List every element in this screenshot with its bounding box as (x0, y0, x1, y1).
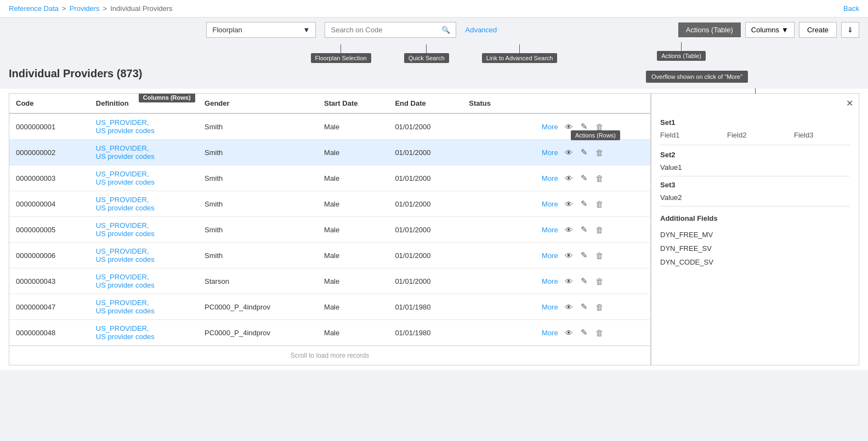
cell-gender: Male (317, 140, 388, 165)
columns-button[interactable]: Columns ▼ (745, 22, 795, 38)
more-link[interactable]: More (542, 251, 558, 260)
edit-button[interactable]: ✎ (580, 224, 589, 236)
view-button[interactable]: 👁 (564, 173, 574, 184)
view-button[interactable]: 👁 (564, 301, 574, 313)
cell-start-date: 01/01/2000 (388, 165, 462, 191)
table-row: 0000000002 US_PROVIDER,US provider codes… (9, 140, 650, 165)
advanced-link[interactable]: Advanced (465, 22, 497, 37)
cell-end-date (462, 165, 515, 191)
cell-definition: US_PROVIDER,US provider codes (89, 294, 198, 320)
edit-button[interactable]: ✎ (580, 198, 589, 210)
cell-definition: US_PROVIDER,US provider codes (89, 113, 198, 140)
cell-gender: Male (317, 243, 388, 268)
view-button[interactable]: 👁 (564, 327, 574, 339)
floorplan-value: Floorplan (212, 26, 242, 34)
cell-code: 0000000043 (9, 268, 89, 294)
cell-start-date: 01/01/2000 (388, 191, 462, 217)
floorplan-selection-annotation: Floorplan Selection (311, 53, 371, 63)
download-button[interactable]: ⇓ (841, 22, 859, 38)
actions-table-button[interactable]: Actions (Table) (678, 22, 741, 37)
more-link[interactable]: More (542, 329, 558, 337)
overflow-tooltip: Overflow shown on click of "More" (646, 71, 748, 83)
cell-status (515, 113, 535, 140)
panel-set2-title: Set2 (660, 151, 850, 159)
cell-start-date: 01/01/2000 (388, 113, 462, 140)
search-input[interactable] (331, 26, 439, 34)
columns-rows-annotation: Columns (Rows) (139, 93, 195, 102)
more-link[interactable]: More (542, 226, 558, 234)
cell-code: 0000000047 (9, 294, 89, 320)
col-gender: Gender (198, 94, 317, 113)
cell-definition: US_PROVIDER,US provider codes (89, 165, 198, 191)
table-row: 0000000003 US_PROVIDER,US provider codes… (9, 165, 650, 191)
view-button[interactable]: 👁 (564, 198, 574, 210)
edit-button[interactable]: ✎ (580, 327, 589, 339)
cell-status (515, 191, 535, 217)
col-code: Code (9, 94, 89, 113)
more-link[interactable]: More (542, 174, 558, 182)
floorplan-dropdown[interactable]: Floorplan ▼ (206, 22, 316, 38)
more-link[interactable]: More (542, 148, 558, 157)
delete-button[interactable]: 🗑 (594, 147, 605, 158)
cell-start-date: 01/01/2000 (388, 268, 462, 294)
cell-gender: Male (317, 320, 388, 346)
panel-set3-title: Set3 (660, 181, 850, 189)
breadcrumb-reference-data[interactable]: Reference Data (9, 4, 59, 13)
edit-button[interactable]: ✎ (580, 146, 589, 158)
table-row: 0000000001 US_PROVIDER,US provider codes… (9, 113, 650, 140)
view-button[interactable]: 👁 (564, 276, 574, 287)
cell-start-date: 01/01/2000 (388, 140, 462, 165)
breadcrumb-providers[interactable]: Providers (70, 4, 100, 13)
view-button[interactable]: 👁 (564, 250, 574, 261)
more-link[interactable]: More (542, 123, 558, 131)
cell-status (515, 294, 535, 320)
delete-button[interactable]: 🗑 (594, 198, 605, 210)
panel-dyn-free-sv: DYN_FREE_SV (660, 242, 850, 255)
actions-rows-annotation: Actions (Rows) (571, 130, 620, 140)
cell-gender: Male (317, 165, 388, 191)
delete-button[interactable]: 🗑 (594, 276, 605, 287)
more-link[interactable]: More (542, 277, 558, 285)
cell-gender: Male (317, 113, 388, 140)
edit-button[interactable]: ✎ (580, 249, 589, 261)
col-status: Status (462, 94, 515, 113)
back-button[interactable]: Back (843, 4, 859, 13)
cell-actions: More 👁 ✎ 🗑 (535, 268, 650, 294)
panel-field3: Field3 (794, 131, 850, 139)
delete-button[interactable]: 🗑 (594, 250, 605, 261)
panel-field2: Field2 (727, 131, 783, 139)
delete-button[interactable]: 🗑 (594, 224, 605, 236)
quick-search-annotation: Quick Search (404, 53, 449, 63)
cell-code: 0000000002 (9, 140, 89, 165)
view-button[interactable]: 👁 (564, 147, 574, 158)
delete-button[interactable]: 🗑 (594, 327, 605, 339)
more-link[interactable]: More (542, 303, 558, 311)
cell-end-date (462, 217, 515, 243)
close-panel-button[interactable]: ✕ (846, 98, 853, 108)
table-row: 0000000005 US_PROVIDER,US provider codes… (9, 217, 650, 243)
edit-button[interactable]: ✎ (580, 172, 589, 184)
edit-button[interactable]: ✎ (580, 275, 589, 287)
cell-code: 0000000004 (9, 191, 89, 217)
cell-actions: More 👁 ✎ 🗑 (535, 191, 650, 217)
cell-actions: More 👁 ✎ 🗑 (535, 217, 650, 243)
edit-button[interactable]: ✎ (580, 301, 589, 313)
delete-button[interactable]: 🗑 (594, 301, 605, 313)
delete-button[interactable]: 🗑 (594, 173, 605, 184)
cell-end-date (462, 113, 515, 140)
cell-gender: Male (317, 217, 388, 243)
more-link[interactable]: More (542, 200, 558, 208)
create-button[interactable]: Create (799, 22, 837, 38)
cell-definition: US_PROVIDER,US provider codes (89, 191, 198, 217)
cell-lastname: Smith (198, 113, 317, 140)
cell-start-date: 01/01/2000 (388, 243, 462, 268)
cell-definition: US_PROVIDER,US provider codes (89, 140, 198, 165)
cell-status (515, 217, 535, 243)
cell-end-date (462, 140, 515, 165)
cell-actions: More 👁 ✎ 🗑 (535, 243, 650, 268)
cell-definition: US_PROVIDER,US provider codes (89, 320, 198, 346)
view-button[interactable]: 👁 (564, 224, 574, 236)
table-row: 0000000004 US_PROVIDER,US provider codes… (9, 191, 650, 217)
search-icon[interactable]: 🔍 (441, 26, 450, 34)
panel-field1: Field1 (660, 131, 716, 139)
